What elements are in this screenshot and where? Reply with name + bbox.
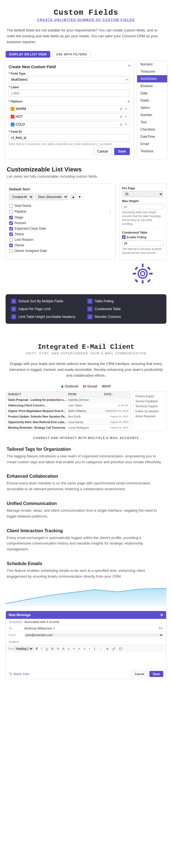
compose-send-button[interactable]: Save <box>149 671 163 677</box>
sort-up-btn[interactable]: ▲ <box>70 194 76 199</box>
check-lost-reason[interactable] <box>9 238 13 242</box>
email-row-3[interactable]: Product Update: Submits New Vacation Req… <box>6 414 130 420</box>
field-type-select[interactable]: Select <box>137 104 167 111</box>
subject-input[interactable] <box>24 640 163 643</box>
per-page-select[interactable]: 25 50 100 <box>122 191 163 197</box>
sort-field-select[interactable]: Created At <box>9 193 33 200</box>
check-owner-assigned[interactable] <box>9 249 13 253</box>
option-color-warm <box>10 107 15 111</box>
email-subject-4: Opportunity Alert: New Referral from Luk… <box>8 421 68 424</box>
italic-button[interactable]: I <box>40 647 44 651</box>
bold-button[interactable]: B <box>34 647 39 651</box>
attach-files-button[interactable]: 📎 Attach Files <box>9 672 29 676</box>
font-label: Font <box>8 647 14 650</box>
add-option-button[interactable]: + <box>127 99 130 104</box>
field-id-input[interactable] <box>9 134 130 142</box>
check-status[interactable] <box>9 232 13 236</box>
font-select[interactable]: Heading 1 <box>15 647 33 651</box>
bullet-list-button[interactable]: • <box>88 647 92 651</box>
cancel-button[interactable]: Cancel <box>93 148 112 155</box>
underline-button[interactable]: U <box>44 647 49 651</box>
check-stage[interactable] <box>9 216 13 219</box>
email-row-0[interactable]: Sales Proposal - Looking for production … <box>6 397 130 403</box>
compose-from-row: From john@example.com <box>6 632 166 639</box>
tab-display-list[interactable]: DISPLAY ON LIST VIEW <box>6 51 50 58</box>
field-type-date[interactable]: Date <box>137 90 167 97</box>
gmail-label: Gmail <box>87 384 97 389</box>
field-type-multiselect[interactable]: MultiSelect <box>137 75 167 83</box>
email-date-2: September 02, 2023 <box>104 409 128 412</box>
highlight-button[interactable]: A <box>61 647 66 651</box>
indent-button[interactable]: → <box>98 647 104 651</box>
compose-toolbar: Font Heading 1 B I U S A A ≡ ≡ ≡ ≡ • 1. … <box>6 645 166 652</box>
email-subject-3: Product Update: Submits New Vacation Req… <box>8 415 68 418</box>
field-type-textarea[interactable]: Textarea <box>137 148 167 155</box>
save-button[interactable]: Save <box>114 148 130 155</box>
ordered-list-button[interactable]: 1. <box>92 647 97 651</box>
email-from-3: Ava Smith <box>68 415 104 418</box>
email-row-5[interactable]: Meeting Reminder: Strategy Call Tomorrow… <box>6 425 130 431</box>
align-center-button[interactable]: ≡ <box>72 647 76 651</box>
check-owner[interactable] <box>9 244 13 247</box>
option-input-cold[interactable] <box>16 123 118 126</box>
right-panel-item-0[interactable]: Product Inquiry <box>136 394 164 399</box>
field-type-checkbox[interactable]: Checkbox <box>137 126 167 133</box>
field-type-select[interactable]: MultiSelect <box>9 76 130 83</box>
strikethrough-button[interactable]: S <box>50 647 55 651</box>
col-from: FROM <box>68 393 104 396</box>
right-panel-item-3[interactable]: Follow Up Needed <box>136 409 164 414</box>
option-copy-hot[interactable]: ⧉ <box>119 115 123 119</box>
compose-cancel-button[interactable]: Cancel <box>131 671 148 677</box>
check-pipeline[interactable] <box>9 210 13 214</box>
field-type-boolean[interactable]: Boolean <box>137 83 167 90</box>
right-panel-item-2[interactable]: Technical Support <box>136 404 164 409</box>
option-delete-hot[interactable]: ✕ <box>124 115 128 119</box>
close-button[interactable]: ✕ <box>128 63 131 68</box>
compose-close-button[interactable]: ✕ <box>160 613 163 617</box>
right-panel-item-1[interactable]: Service Feedback <box>136 399 164 404</box>
page-header: Custom Fields CREATE UNLIMITED NUMBER OF… <box>0 0 172 24</box>
align-left-button[interactable]: ≡ <box>67 647 71 651</box>
option-input-hot[interactable] <box>16 115 118 119</box>
right-panel-item-4[interactable]: Action Required <box>136 414 164 419</box>
align-justify-button[interactable]: ≡ <box>82 647 87 651</box>
field-type-numeric[interactable]: Numeric <box>137 61 167 68</box>
email-from-4: Luca Garcia <box>68 421 104 424</box>
field-type-number[interactable]: Number <box>137 111 167 119</box>
check-amount[interactable] <box>9 221 13 225</box>
field-check-stage: Stage <box>9 215 112 220</box>
max-height-input[interactable] <box>122 204 163 209</box>
sort-down-btn[interactable]: ▼ <box>76 194 83 199</box>
label-input[interactable] <box>9 90 130 97</box>
field-check-owner-assigned: Owner Assigned Date <box>9 248 112 254</box>
email-row-4[interactable]: Opportunity Alert: New Referral from Luk… <box>6 420 130 425</box>
link-button[interactable]: 🔗 <box>110 647 117 651</box>
from-select[interactable]: john@example.com <box>24 633 163 637</box>
tab-use-filters[interactable]: USE WITH FILTERS <box>52 51 91 58</box>
option-input-warm[interactable] <box>16 107 118 111</box>
field-type-timezone[interactable]: Timezone <box>137 68 167 75</box>
polling-interval-input[interactable] <box>122 241 163 246</box>
option-delete-warm[interactable]: ✕ <box>124 107 128 111</box>
table-button[interactable]: ⊞ <box>105 647 110 651</box>
tailored-tags-text: The tagging feature introduces a new rea… <box>7 454 165 465</box>
check-deal-name[interactable] <box>9 204 13 208</box>
option-copy-cold[interactable]: ⧉ <box>119 123 123 126</box>
field-type-email[interactable]: Email <box>137 140 167 148</box>
sort-dir-select[interactable]: Desc (Descendin Asc <box>35 193 68 200</box>
field-type-text[interactable]: Text <box>137 119 167 126</box>
check-expected-close[interactable] <box>9 227 13 230</box>
option-delete-cold[interactable]: ✕ <box>124 123 128 126</box>
comment-button[interactable]: 💬 <box>118 647 124 651</box>
field-type-radio[interactable]: Radio <box>137 97 167 104</box>
font-color-button[interactable]: A <box>55 647 60 651</box>
email-row-2[interactable]: Urgent: Price Negotiation Request from A… <box>6 408 130 414</box>
feature-default-sort: ✓ Default Sort By Multiple Fields <box>11 299 84 304</box>
compose-body[interactable] <box>6 652 166 669</box>
email-row-1[interactable]: Addressing Client Concern... Liam Taylor… <box>6 403 130 408</box>
align-right-button[interactable]: ≡ <box>77 647 81 651</box>
option-copy-warm[interactable]: ⧉ <box>119 107 123 111</box>
gmail-icon: M <box>83 384 86 389</box>
enable-polling-check[interactable] <box>122 235 126 239</box>
field-type-datetime[interactable]: DateTime <box>137 133 167 140</box>
